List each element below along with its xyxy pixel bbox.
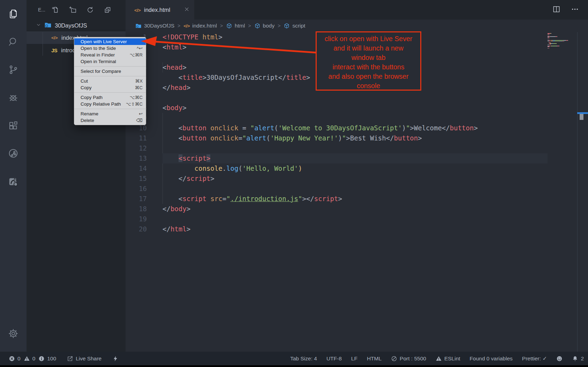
status-port-5500[interactable]: Port : 5500	[391, 355, 426, 362]
menu-item-copy-relative-path[interactable]: Copy Relative Path⌥⇧⌘C	[74, 101, 146, 107]
status-prettier-[interactable]: Prettier: ✓	[522, 355, 547, 362]
live-share-session-icon	[8, 148, 18, 159]
status-100[interactable]: 100	[38, 355, 56, 362]
explorer-header: E...	[27, 0, 126, 20]
annotation-line: and also open the browser	[317, 72, 420, 81]
breadcrumb-item-body[interactable]: body	[254, 23, 275, 29]
code-line-13: <script>	[126, 153, 588, 163]
refresh-icon[interactable]	[86, 6, 94, 14]
chevron-right-icon: >	[220, 23, 223, 29]
scrollbar-thumb[interactable]	[580, 114, 583, 120]
code-line-8: <body>	[126, 103, 588, 113]
menu-item-reveal-in-finder[interactable]: Reveal in Finder⌥⌘R	[74, 52, 146, 58]
menu-item-select-for-compare[interactable]: Select for Compare	[74, 68, 146, 75]
menu-item-open-in-terminal[interactable]: Open in Terminal	[74, 58, 146, 65]
menu-item-rename[interactable]: Rename↩	[74, 110, 146, 117]
status-2[interactable]: 2	[572, 355, 584, 362]
menu-item-cut[interactable]: Cut⌘X	[74, 78, 146, 84]
code-line-18: </body>	[126, 204, 588, 214]
activity-live-share-session-button[interactable]	[0, 139, 27, 167]
status-0[interactable]: 0	[9, 355, 21, 362]
warning-icon	[24, 355, 30, 362]
tab-index-html[interactable]: </> index.html	[126, 0, 194, 20]
workspace-row[interactable]: 30DaysOfJS	[27, 20, 126, 31]
code-line-11: <button onclick="alert('Happy New Year!'…	[126, 133, 588, 143]
code-line-14: console.log('Hello, World')	[126, 163, 588, 174]
menu-item-copy[interactable]: Copy⌘C	[74, 84, 146, 91]
breadcrumb-item-30DaysOfJS[interactable]: 30DaysOfJS	[135, 23, 174, 29]
activity-extensions-button[interactable]	[0, 112, 27, 139]
manage-button[interactable]	[0, 320, 27, 347]
share-arrow-icon	[8, 176, 18, 186]
status-0[interactable]: 0	[24, 355, 36, 362]
code-line-7	[126, 93, 588, 103]
activity-search-button[interactable]	[0, 28, 27, 56]
tab-label: index.html	[144, 7, 170, 13]
code-line-17: <script src="./introduction.js"></script…	[126, 194, 588, 204]
breadcrumb-item-index.html[interactable]: </>index.html	[183, 23, 217, 29]
annotation-line: interact with the buttons	[317, 62, 420, 72]
menu-separator	[74, 109, 146, 109]
menu-item-open-with-live-server[interactable]: Open with Live Server	[74, 38, 146, 45]
status-utf-8[interactable]: UTF-8	[326, 355, 342, 362]
status-eslint[interactable]: ESLint	[436, 355, 460, 362]
tree-indent-guide	[43, 32, 43, 56]
status-lf[interactable]: LF	[351, 355, 357, 362]
code-line-20: </html>	[126, 224, 588, 234]
split-editor-icon[interactable]	[552, 5, 560, 15]
activity-source-control-button[interactable]	[0, 56, 27, 84]
symbol-cube-icon	[254, 23, 261, 29]
new-folder-icon[interactable]	[69, 6, 76, 14]
activity-explorer-button[interactable]	[0, 0, 27, 28]
menu-separator	[74, 92, 146, 93]
code-file-icon: </>	[134, 7, 141, 13]
annotation-line: and it will launch a new	[317, 44, 420, 53]
menu-item-open-to-the-side[interactable]: Open to the Side^↩	[74, 45, 146, 52]
activity-share-arrow-button[interactable]	[0, 167, 27, 195]
context-menu: Open with Live Server Open to the Side^↩…	[74, 37, 146, 125]
minimap[interactable]	[548, 33, 578, 49]
menu-item-copy-path[interactable]: Copy Path⌥⌘C	[74, 94, 146, 101]
menu-separator	[74, 76, 146, 76]
symbol-cube-icon	[226, 23, 232, 29]
chevron-right-icon: >	[178, 23, 180, 29]
chevron-down-icon[interactable]	[36, 22, 41, 29]
code-line-15: </script>	[126, 174, 588, 184]
window-bottom-edge	[0, 365, 588, 367]
breadcrumb-item-html[interactable]: html	[226, 23, 245, 29]
code-file-icon: </>	[183, 23, 190, 29]
workspace-name: 30DaysOfJS	[55, 22, 87, 29]
breadcrumb-item-script[interactable]: script	[284, 23, 305, 29]
new-file-icon[interactable]	[52, 6, 59, 14]
explorer-icon	[8, 9, 18, 19]
breadcrumb: 30DaysOfJS></>index.html>html>body>scrip…	[126, 20, 588, 32]
folder-blue-icon	[135, 23, 142, 29]
annotation-box: click on open with Live Severand it will…	[316, 31, 421, 91]
status-lightning-icon[interactable]	[112, 355, 119, 362]
menu-item-delete[interactable]: Delete⌫	[74, 117, 146, 124]
code-line-16	[126, 184, 588, 194]
status-tab-size-4[interactable]: Tab Size: 4	[290, 355, 317, 362]
activity-bar	[0, 0, 27, 352]
error-icon	[9, 355, 15, 362]
close-icon[interactable]	[184, 7, 189, 13]
status-found-0-variables[interactable]: Found 0 variables	[470, 355, 513, 362]
status-live-share[interactable]: Live Share	[67, 355, 101, 362]
smiley-icon	[556, 355, 563, 362]
explorer-title: E...	[38, 7, 45, 13]
code-line-10: <button onclick = "alert('Welcome to 30D…	[126, 123, 588, 133]
activity-debug-button[interactable]	[0, 84, 27, 112]
collapse-all-icon[interactable]	[104, 6, 111, 14]
status-bar: 0 0 100 Live Share Tab Size: 4 UTF-8 LF …	[0, 352, 588, 365]
debug-icon	[8, 92, 18, 103]
live-share-icon	[67, 355, 73, 362]
more-actions-icon[interactable]	[571, 5, 579, 15]
status-smiley-icon[interactable]	[556, 355, 563, 362]
folder-icon	[44, 21, 52, 30]
code-line-9	[126, 113, 588, 123]
info-icon	[38, 355, 45, 362]
symbol-cube-icon	[284, 23, 290, 29]
lightning-icon	[112, 355, 119, 362]
code-line-19	[126, 214, 588, 224]
status-html[interactable]: HTML	[367, 355, 382, 362]
